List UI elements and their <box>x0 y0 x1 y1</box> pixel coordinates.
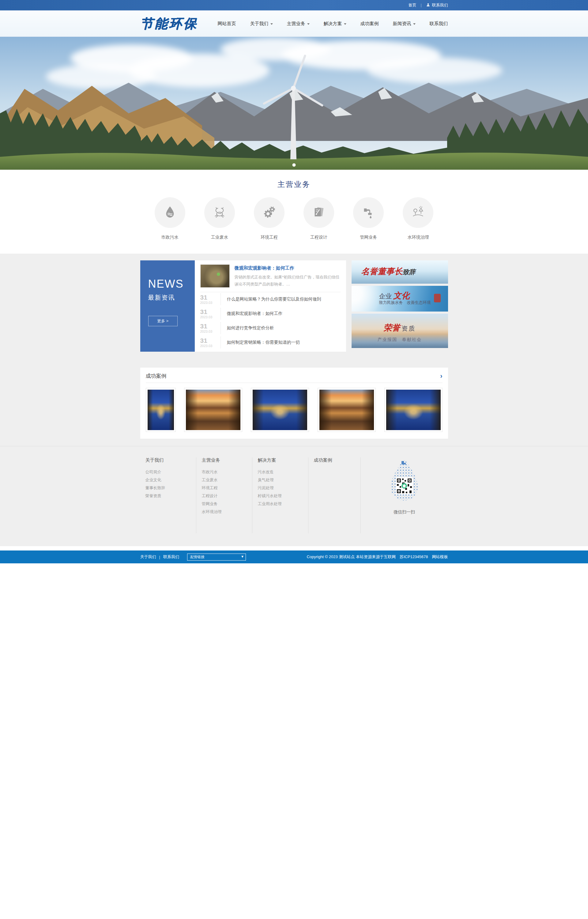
services-section: 主营业务 市政污水 工业废水 <box>0 170 588 254</box>
site-header: 节能环保 网站首页 关于我们 主营业务 解决方案 成功案例 新闻资讯 联系我们 <box>0 10 588 37</box>
gears-icon <box>262 205 276 220</box>
footer-link[interactable]: 污水改造 <box>258 468 308 476</box>
banner-corporate-culture[interactable]: 企业 文化 致力民族水务 改善生态环境 <box>352 286 448 312</box>
hero-landscape-image <box>0 37 588 170</box>
friendly-links-select[interactable]: 友情链接 <box>187 554 246 560</box>
divider: | <box>159 555 160 559</box>
nav-item-contact[interactable]: 联系我们 <box>430 21 448 27</box>
case-image-canal-sunset[interactable] <box>184 388 242 432</box>
news-list-item[interactable]: 312023.03 如何制定营销策略：你需要知道的一切 <box>200 336 341 350</box>
service-item-environmental-engineering[interactable]: 环境工程 <box>249 197 289 240</box>
footer-column-services: 主营业务 市政污水 工业废水 环境工程 工程设计 管网业务 水环境治理 <box>196 457 252 533</box>
nav-item-solutions[interactable]: 解决方案 <box>324 21 346 27</box>
topbar-contact-link[interactable]: 联系我们 <box>426 2 448 8</box>
news-list-item[interactable]: 312023.03 微观和宏观影响者：如何工作 <box>200 307 341 321</box>
footer-qr-area: 微信扫一扫 <box>361 457 448 533</box>
cases-more-arrow[interactable]: › <box>440 373 442 380</box>
footer-link[interactable]: 工业废水 <box>202 476 252 484</box>
case-image-canal-sunset[interactable] <box>318 388 376 432</box>
news-list-panel: 微观和宏观影响者：如何工作 营销的形式正在改变。如果*初我们信任广告，现在我们信… <box>195 260 346 352</box>
copyright-text: Copyright © 2023 测试站点 本站资源来源于互联网 苏ICP123… <box>307 554 448 560</box>
footer-link[interactable]: 公司简介 <box>145 468 196 476</box>
news-more-button[interactable]: 更多 > <box>148 316 178 326</box>
news-badge-subtitle: 最新资讯 <box>148 294 187 302</box>
carousel-dot[interactable] <box>292 163 296 166</box>
footer-link[interactable]: 环境工程 <box>202 484 252 492</box>
news-list-item[interactable]: 312023.03 什么是网站策略？为什么你需要它以及你如何做到 <box>200 292 341 307</box>
water-environment-icon <box>411 205 425 220</box>
nav-item-home[interactable]: 网站首页 <box>218 21 236 27</box>
news-badge-panel: NEWS 最新资讯 更多 > <box>140 260 195 352</box>
nav-item-news[interactable]: 新闻资讯 <box>393 21 415 27</box>
main-nav: 网站首页 关于我们 主营业务 解决方案 成功案例 新闻资讯 联系我们 <box>218 21 448 27</box>
site-footer: 关于我们 公司简介 企业文化 董事长致辞 荣誉资质 主营业务 市政污水 工业废水… <box>0 446 588 546</box>
featured-news-excerpt: 营销的形式正在改变。如果*初我们信任广告，现在我们信任谈论不同类型产品的影响者。… <box>234 274 341 288</box>
bottom-bar: 关于我们 | 联系我们 友情链接 Copyright © 2023 测试站点 本… <box>0 551 588 563</box>
red-seal-icon <box>434 294 441 302</box>
chevron-down-icon <box>344 23 346 25</box>
user-icon <box>426 3 430 8</box>
case-image-canal-night[interactable] <box>146 388 176 432</box>
service-item-industrial-wastewater[interactable]: 工业废水 <box>200 197 239 240</box>
side-banners: 名誉董事长致辞 企业 文化 致力民族水务 改善生态环境 荣誉 资质 <box>352 260 448 352</box>
news-badge-title: NEWS <box>148 278 187 291</box>
footer-column-solutions: 解决方案 污水改造 臭气处理 污泥处理 村镇污水处理 工业用水处理 <box>252 457 309 533</box>
engineering-design-icon <box>312 205 326 220</box>
featured-news-thumbnail <box>200 264 230 287</box>
content-band: NEWS 最新资讯 更多 > 微观和宏观影响者：如何工作 营销的形式正在改变。如… <box>0 254 588 546</box>
chevron-down-icon <box>270 23 273 25</box>
service-item-engineering-design[interactable]: 工程设计 <box>299 197 339 240</box>
footer-link[interactable]: 工程设计 <box>202 492 252 500</box>
service-item-water-environment[interactable]: 水环境治理 <box>398 197 438 240</box>
friendly-links-select-wrap: 友情链接 <box>187 554 246 560</box>
chevron-down-icon <box>413 23 415 25</box>
nav-item-cases[interactable]: 成功案例 <box>360 21 379 27</box>
services-row: 市政污水 工业废水 <box>140 197 448 240</box>
footer-link[interactable]: 管网业务 <box>202 500 252 508</box>
footer-link[interactable]: 工业用水处理 <box>258 500 308 508</box>
featured-news-item[interactable]: 微观和宏观影响者：如何工作 营销的形式正在改变。如果*初我们信任广告，现在我们信… <box>200 264 341 292</box>
pipe-network-icon <box>361 205 375 220</box>
footer-link[interactable]: 水环境治理 <box>202 508 252 516</box>
footer-link[interactable]: 村镇污水处理 <box>258 492 308 500</box>
banner-chairman-speech[interactable]: 名誉董事长致辞 <box>352 260 448 284</box>
case-image-canal-night[interactable] <box>384 388 443 432</box>
bottom-contact-link[interactable]: 联系我们 <box>163 554 179 560</box>
services-section-title: 主营业务 <box>0 179 588 189</box>
nav-item-about[interactable]: 关于我们 <box>250 21 273 27</box>
footer-column-cases: 成功案例 <box>309 457 361 533</box>
news-list-item[interactable]: 312023.03 如何进行竞争性定价分析 <box>200 321 341 336</box>
footer-link[interactable]: 市政污水 <box>202 468 252 476</box>
nav-item-services[interactable]: 主营业务 <box>287 21 310 27</box>
footer-link[interactable]: 污泥处理 <box>258 484 308 492</box>
bottom-about-link[interactable]: 关于我们 <box>140 554 156 560</box>
banner-honor-qualification[interactable]: 荣誉 资质 产业报国 奉献社会 <box>352 314 448 348</box>
footer-link[interactable]: 董事长致辞 <box>145 484 196 492</box>
cases-section: 成功案例 › <box>140 368 448 439</box>
cases-section-title: 成功案例 <box>146 373 166 380</box>
hero-banner <box>0 37 588 170</box>
topbar-divider: | <box>420 3 422 7</box>
case-image-canal-night[interactable] <box>251 388 309 432</box>
divider <box>146 383 443 383</box>
service-item-pipe-network[interactable]: 管网业务 <box>349 197 388 240</box>
footer-column-about: 关于我们 公司简介 企业文化 董事长致辞 荣誉资质 <box>140 457 196 533</box>
footer-link[interactable]: 企业文化 <box>145 476 196 484</box>
chevron-down-icon <box>307 23 310 25</box>
wechat-qr-code <box>386 458 423 507</box>
footer-link[interactable]: 臭气处理 <box>258 476 308 484</box>
news-section: NEWS 最新资讯 更多 > 微观和宏观影响者：如何工作 营销的形式正在改变。如… <box>140 260 448 352</box>
featured-news-title: 微观和宏观影响者：如何工作 <box>234 265 341 271</box>
water-drop-icon <box>163 205 177 220</box>
industrial-wastewater-icon <box>213 205 227 220</box>
site-logo[interactable]: 节能环保 <box>140 15 198 32</box>
footer-link[interactable]: 荣誉资质 <box>145 492 196 500</box>
service-item-municipal-sewage[interactable]: 市政污水 <box>150 197 190 240</box>
topbar-home-link[interactable]: 首页 <box>408 2 416 8</box>
topbar: 首页 | 联系我们 <box>0 0 588 10</box>
qr-caption: 微信扫一扫 <box>394 509 415 515</box>
